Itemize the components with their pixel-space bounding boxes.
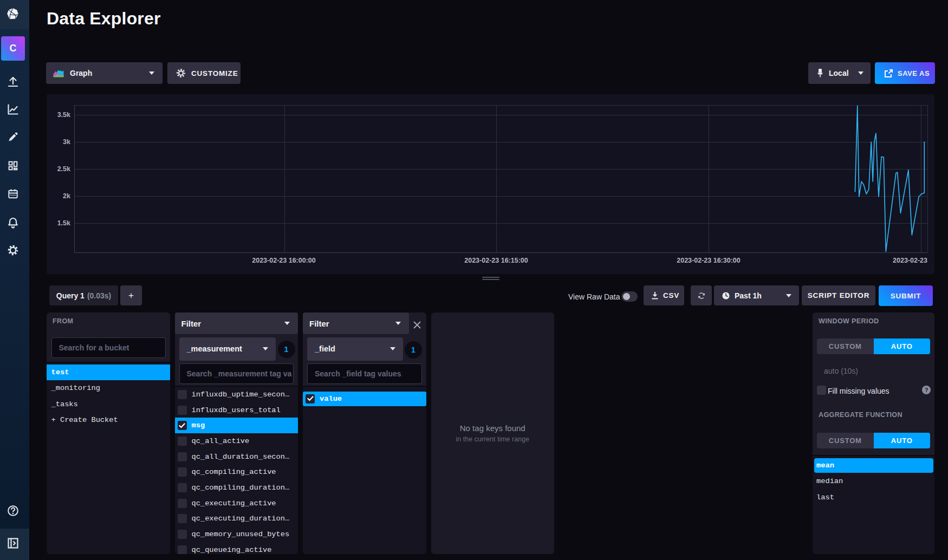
svg-text:2.5k: 2.5k	[57, 165, 70, 173]
svg-text:2023-02-23 16:15:00: 2023-02-23 16:15:00	[464, 257, 528, 264]
svg-text:2k: 2k	[63, 192, 70, 200]
svg-text:2023-02-23 16:00:00: 2023-02-23 16:00:00	[252, 257, 315, 264]
svg-text:3k: 3k	[63, 138, 70, 146]
svg-text:3.5k: 3.5k	[57, 111, 70, 119]
svg-text:2023-02-23 16:30:00: 2023-02-23 16:30:00	[677, 257, 740, 264]
svg-text:2023-02-23: 2023-02-23	[893, 257, 927, 264]
svg-text:1.5k: 1.5k	[57, 219, 70, 227]
